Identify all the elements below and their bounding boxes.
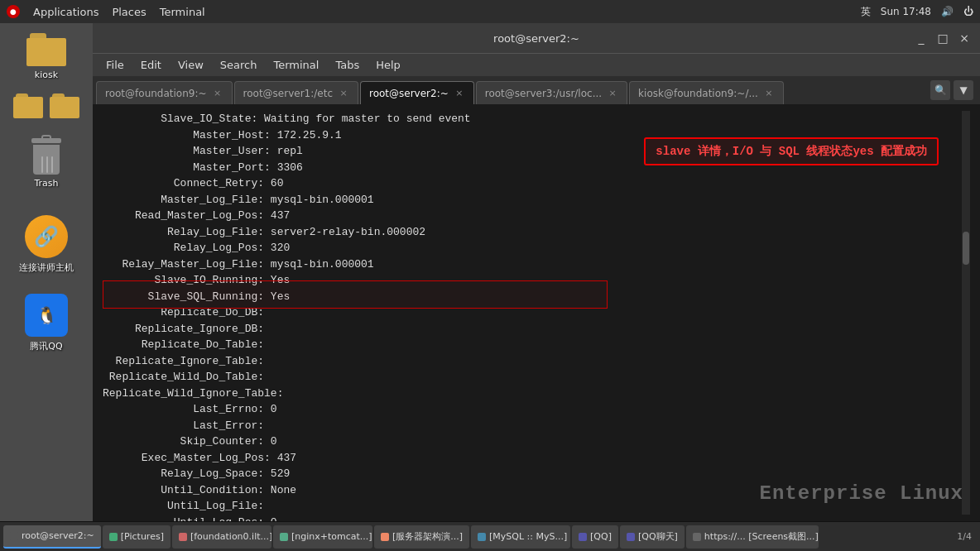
- taskbar-dot: [627, 533, 635, 541]
- taskbar-label: [Pictures]: [121, 531, 164, 542]
- terminal-controls: _ □ ×: [912, 29, 973, 47]
- desktop-icon-connect[interactable]: 🔗 连接讲师主机: [9, 212, 84, 277]
- taskbar-dot: [280, 533, 288, 541]
- tab-close-4[interactable]: ×: [763, 88, 775, 99]
- taskbar-item-screenshot[interactable]: https://... [Screens截图...]: [686, 525, 819, 549]
- menu-tabs[interactable]: Tabs: [329, 57, 366, 73]
- tab-close-0[interactable]: ×: [212, 88, 223, 99]
- scrollbar-thumb[interactable]: [963, 232, 969, 265]
- power-icon[interactable]: ⏻: [963, 6, 973, 17]
- taskbar: root@server2:~ [Pictures] [foundation0.i…: [0, 521, 980, 551]
- minimize-button[interactable]: _: [912, 29, 930, 47]
- terminal-menubar: File Edit View Search Terminal Tabs Help: [93, 53, 980, 76]
- datetime-display: Sun 17:48: [881, 6, 931, 17]
- trash-icon: [30, 138, 63, 175]
- taskbar-dot: [693, 533, 701, 541]
- tab-foundation9[interactable]: root@foundation9:~ ×: [96, 81, 233, 104]
- annotation-text: slave 详情，I/O 与 SQL 线程状态yes 配置成功: [656, 145, 927, 158]
- tab-more-button[interactable]: ▼: [954, 80, 973, 100]
- terminal-output: Slave_IO_State: Waiting for master to se…: [103, 111, 962, 515]
- tab-kiosk-foundation[interactable]: kiosk@foundation9:~/... ×: [629, 81, 784, 104]
- top-bar-right: 英 Sun 17:48 🔊 ⏻: [861, 5, 973, 19]
- connect-teacher-icon: 🔗: [25, 215, 68, 258]
- page-indicator: 1/4: [957, 531, 972, 542]
- taskbar-item-foundation[interactable]: [foundation0.ilt...]: [172, 525, 271, 549]
- terminal-tabs: root@foundation9:~ × root@server1:/etc ×…: [93, 76, 980, 104]
- trash-label: Trash: [34, 178, 58, 189]
- desktop-icon-label: kiosk: [35, 69, 58, 80]
- tab-label: kiosk@foundation9:~/...: [638, 88, 758, 99]
- desktop-icon-kiosk[interactable]: kiosk: [9, 30, 84, 84]
- desktop: kiosk Trash 🔗 连接讲师主机: [0, 23, 93, 521]
- taskbar-item-mysql[interactable]: [MySQL :: MyS...]: [471, 525, 570, 549]
- tab-close-1[interactable]: ×: [338, 88, 349, 99]
- taskbar-item-qq[interactable]: [QQ]: [572, 525, 618, 549]
- menu-search[interactable]: Search: [214, 57, 264, 73]
- taskbar-label: [nginx+tomcat...]: [291, 531, 372, 542]
- menu-applications[interactable]: Applications: [33, 6, 98, 18]
- tab-label: root@foundation9:~: [105, 88, 207, 99]
- menu-edit[interactable]: Edit: [134, 57, 168, 73]
- folder-icon-3: [50, 93, 79, 118]
- taskbar-dot: [579, 533, 587, 541]
- taskbar-label: [QQ]: [590, 531, 612, 542]
- menu-view[interactable]: View: [171, 57, 210, 73]
- taskbar-item-qq-chat[interactable]: [QQ聊天]: [620, 525, 685, 549]
- qq-app-icon: 🐧: [25, 294, 68, 337]
- taskbar-label: [MySQL :: MyS...]: [489, 531, 567, 542]
- tab-server2[interactable]: root@server2:~ ×: [360, 81, 474, 104]
- tab-label: root@server3:/usr/loc...: [485, 88, 602, 99]
- close-button[interactable]: ×: [955, 29, 973, 47]
- tab-server3[interactable]: root@server3:/usr/loc... ×: [476, 81, 627, 104]
- tab-close-2[interactable]: ×: [454, 88, 465, 99]
- taskbar-dot: [10, 532, 18, 540]
- taskbar-label: root@server2:~: [22, 530, 94, 541]
- maximize-button[interactable]: □: [934, 29, 952, 47]
- menu-places[interactable]: Places: [112, 6, 146, 18]
- folder-icon-2: [13, 93, 43, 118]
- desktop-icon-qq[interactable]: 🐧 腾讯QQ: [9, 290, 84, 356]
- app-logo: ●: [7, 5, 20, 18]
- taskbar-dot: [179, 533, 187, 541]
- menu-file[interactable]: File: [99, 57, 131, 73]
- taskbar-dot: [478, 533, 486, 541]
- taskbar-label: [服务器架构演...]: [392, 530, 463, 543]
- tab-close-3[interactable]: ×: [607, 88, 618, 99]
- qq-label: 腾讯QQ: [30, 340, 62, 352]
- folder-icon: [26, 33, 66, 66]
- slave-annotation: slave 详情，I/O 与 SQL 线程状态yes 配置成功: [644, 137, 939, 165]
- taskbar-item-pictures[interactable]: [Pictures]: [103, 525, 171, 549]
- terminal-scrollbar[interactable]: [962, 111, 970, 515]
- taskbar-label: [QQ聊天]: [638, 530, 678, 543]
- terminal-title: root@server2:~: [493, 32, 579, 45]
- tab-label: root@server1:/etc: [243, 88, 333, 99]
- top-bar: ● Applications Places Terminal 英 Sun 17:…: [0, 0, 980, 23]
- terminal-content[interactable]: Slave_IO_State: Waiting for master to se…: [93, 104, 980, 521]
- terminal-titlebar: root@server2:~ _ □ ×: [93, 23, 980, 53]
- tab-server1[interactable]: root@server1:/etc ×: [234, 81, 358, 104]
- taskbar-label: https://... [Screens截图...]: [704, 530, 819, 543]
- taskbar-dot: [109, 533, 118, 541]
- taskbar-item-server2[interactable]: root@server2:~: [3, 525, 101, 549]
- menu-help[interactable]: Help: [369, 57, 407, 73]
- taskbar-dot: [381, 533, 389, 541]
- volume-icon[interactable]: 🔊: [941, 6, 954, 17]
- connect-label: 连接讲师主机: [19, 261, 74, 274]
- tab-label: root@server2:~: [369, 88, 449, 99]
- language-indicator[interactable]: 英: [861, 5, 871, 19]
- tab-search-button[interactable]: 🔍: [930, 80, 950, 100]
- terminal-window: root@server2:~ _ □ × File Edit View Sear…: [93, 23, 980, 521]
- taskbar-item-server-arch[interactable]: [服务器架构演...]: [374, 525, 469, 549]
- top-bar-left: ● Applications Places Terminal: [7, 5, 848, 18]
- tab-actions: 🔍 ▼: [930, 80, 973, 100]
- taskbar-item-nginx[interactable]: [nginx+tomcat...]: [273, 525, 372, 549]
- menu-terminal[interactable]: Terminal: [160, 6, 205, 18]
- menu-terminal-item[interactable]: Terminal: [267, 57, 325, 73]
- enterprise-linux-watermark: Enterprise Linux: [760, 482, 963, 505]
- taskbar-label: [foundation0.ilt...]: [190, 531, 271, 542]
- desktop-icon-trash[interactable]: Trash: [9, 135, 84, 192]
